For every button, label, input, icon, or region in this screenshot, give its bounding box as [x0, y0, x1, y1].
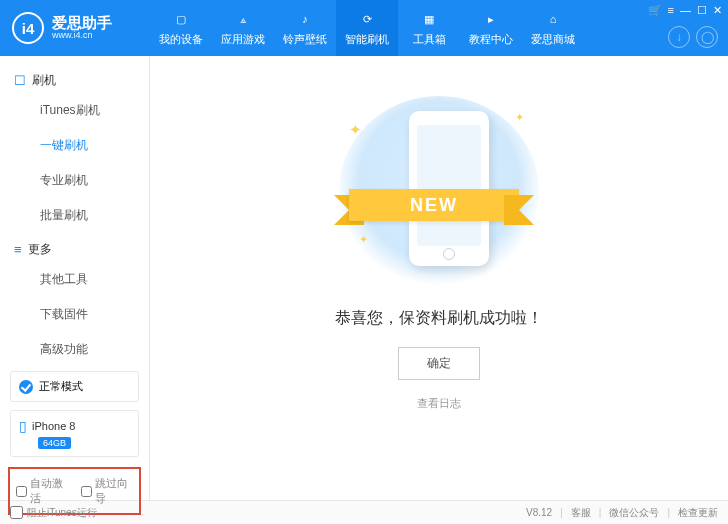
sparkle-icon: ✦ — [349, 121, 362, 139]
version: V8.12 — [526, 507, 552, 518]
phone-icon: ▯ — [19, 418, 27, 434]
mode-status[interactable]: 正常模式 — [10, 371, 139, 402]
sidebar-item-iTunes刷机[interactable]: iTunes刷机 — [0, 93, 149, 128]
sidebar-item-一键刷机[interactable]: 一键刷机 — [0, 128, 149, 163]
success-illustration: ✦ ✦ ✦ NEW — [324, 96, 554, 286]
block-itunes-checkbox[interactable]: 阻止iTunes运行 — [10, 506, 97, 520]
sidebar-item-高级功能[interactable]: 高级功能 — [0, 332, 149, 367]
nav-我的设备[interactable]: ▢我的设备 — [150, 0, 212, 56]
device-card[interactable]: ▯ iPhone 8 64GB — [10, 410, 139, 457]
download-icon[interactable]: ↓ — [668, 26, 690, 48]
header: i4 爱思助手 www.i4.cn ▢我的设备⟁应用游戏♪铃声壁纸⟳智能刷机▦工… — [0, 0, 728, 56]
nav-爱思商城[interactable]: ⌂爱思商城 — [522, 0, 584, 56]
nav-铃声壁纸[interactable]: ♪铃声壁纸 — [274, 0, 336, 56]
win-btn[interactable]: ≡ — [668, 4, 674, 17]
view-log-link[interactable]: 查看日志 — [417, 396, 461, 411]
new-ribbon: NEW — [334, 181, 534, 229]
nav-icon: ⟁ — [233, 9, 253, 29]
sidebar-item-其他工具[interactable]: 其他工具 — [0, 262, 149, 297]
sidebar-item-批量刷机[interactable]: 批量刷机 — [0, 198, 149, 233]
sidebar-item-下载固件[interactable]: 下载固件 — [0, 297, 149, 332]
success-message: 恭喜您，保资料刷机成功啦！ — [335, 308, 543, 329]
nav-应用游戏[interactable]: ⟁应用游戏 — [212, 0, 274, 56]
sidebar: ☐刷机iTunes刷机一键刷机专业刷机批量刷机≡更多其他工具下载固件高级功能 正… — [0, 56, 150, 500]
top-nav: ▢我的设备⟁应用游戏♪铃声壁纸⟳智能刷机▦工具箱▸教程中心⌂爱思商城 — [150, 0, 584, 56]
nav-智能刷机[interactable]: ⟳智能刷机 — [336, 0, 398, 56]
sparkle-icon: ✦ — [359, 233, 368, 246]
group-icon: ≡ — [14, 242, 22, 257]
device-name: iPhone 8 — [32, 420, 75, 432]
option-跳过向导[interactable]: 跳过向导 — [81, 476, 134, 506]
group-icon: ☐ — [14, 73, 26, 88]
app-title: 爱思助手 — [52, 15, 112, 32]
app-url: www.i4.cn — [52, 31, 112, 41]
logo[interactable]: i4 爱思助手 www.i4.cn — [0, 0, 150, 56]
logo-icon: i4 — [12, 12, 44, 44]
footer-link-检查更新[interactable]: 检查更新 — [678, 506, 718, 520]
win-btn[interactable]: — — [680, 4, 691, 17]
confirm-button[interactable]: 确定 — [398, 347, 480, 380]
nav-icon: ⟳ — [357, 9, 377, 29]
nav-icon: ▸ — [481, 9, 501, 29]
sidebar-group: ☐刷机 — [0, 64, 149, 93]
nav-工具箱[interactable]: ▦工具箱 — [398, 0, 460, 56]
nav-icon: ▢ — [171, 9, 191, 29]
nav-icon: ▦ — [419, 9, 439, 29]
nav-icon: ⌂ — [543, 9, 563, 29]
footer-link-客服[interactable]: 客服 — [571, 506, 591, 520]
sidebar-group: ≡更多 — [0, 233, 149, 262]
win-btn[interactable]: ✕ — [713, 4, 722, 17]
main-content: ✦ ✦ ✦ NEW 恭喜您，保资料刷机成功啦！ 确定 查看日志 — [150, 56, 728, 500]
user-icon[interactable]: ◯ — [696, 26, 718, 48]
win-btn[interactable]: ☐ — [697, 4, 707, 17]
nav-教程中心[interactable]: ▸教程中心 — [460, 0, 522, 56]
nav-icon: ♪ — [295, 9, 315, 29]
window-controls: 🛒≡—☐✕ — [648, 4, 722, 17]
sidebar-item-专业刷机[interactable]: 专业刷机 — [0, 163, 149, 198]
check-icon — [19, 380, 33, 394]
sparkle-icon: ✦ — [515, 111, 524, 124]
storage-badge: 64GB — [38, 437, 71, 449]
win-btn[interactable]: 🛒 — [648, 4, 662, 17]
footer-link-微信公众号[interactable]: 微信公众号 — [609, 506, 659, 520]
option-自动激活[interactable]: 自动激活 — [16, 476, 69, 506]
